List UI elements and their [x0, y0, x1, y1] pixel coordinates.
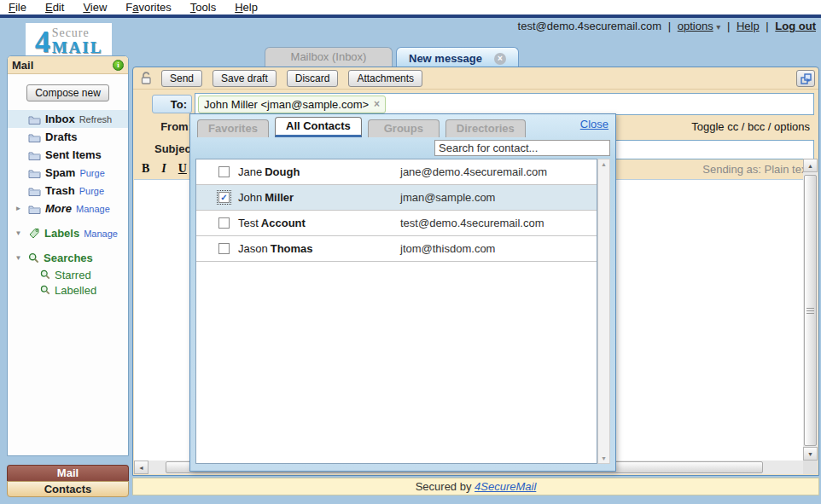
account-email: test@demo.4securemail.com: [518, 20, 662, 32]
scroll-down-icon[interactable]: ▼: [598, 455, 609, 461]
folder-icon: [28, 204, 41, 214]
menu-edit[interactable]: Edit: [45, 1, 64, 14]
account-bar: test@demo.4securemail.com | options ▾ | …: [518, 20, 816, 32]
scroll-left-icon[interactable]: ◄: [134, 461, 148, 474]
tab-all-contacts[interactable]: All Contacts: [275, 117, 362, 137]
from-label: From:: [154, 120, 192, 133]
attachments-button[interactable]: Attachments: [348, 70, 422, 87]
menu-view[interactable]: View: [83, 1, 107, 14]
checkbox-unchecked[interactable]: [218, 243, 230, 254]
sidebar-item-inbox[interactable]: Inbox Refresh: [8, 110, 128, 128]
sending-as-text: Sending as: Plain text: [702, 163, 810, 176]
sidebar-item-labels[interactable]: ▼ Labels Manage: [8, 224, 128, 242]
sidebar-title: Mail: [12, 59, 33, 72]
save-draft-button[interactable]: Save draft: [213, 70, 277, 87]
contact-list-scrollbar[interactable]: ▲ ▼: [597, 159, 610, 464]
contact-picker-overlay: Favorites All Contacts Groups Directorie…: [189, 113, 616, 472]
checkbox-checked[interactable]: ✓: [218, 192, 230, 203]
folder-icon: [28, 168, 41, 178]
tab-new-message[interactable]: New message ×: [396, 47, 519, 67]
checkbox-unchecked[interactable]: [218, 166, 230, 177]
sidebar-item-searches[interactable]: ▼ Searches: [8, 249, 128, 267]
compose-new-button[interactable]: Compose new: [26, 84, 109, 101]
expanded-arrow-icon[interactable]: ▼: [13, 254, 24, 262]
contact-row-john-miller[interactable]: ✓ JohnMiller jman@sample.com: [196, 185, 597, 211]
folder-icon: [28, 150, 41, 160]
to-input[interactable]: John Miller <jman@sample.com> ×: [195, 93, 814, 115]
menu-file[interactable]: File: [9, 1, 26, 14]
contact-row-jason-thomas[interactable]: JasonThomas jtom@thisdom.com: [196, 236, 597, 262]
sidebar-item-trash[interactable]: Trash Purge: [8, 182, 128, 200]
brand-link[interactable]: 4SecureMail: [475, 480, 536, 493]
unlocked-icon: [140, 71, 154, 85]
scroll-down-icon[interactable]: ▼: [803, 447, 818, 461]
info-icon[interactable]: i: [113, 60, 124, 71]
search-icon: [40, 285, 50, 295]
chevron-down-icon[interactable]: ▾: [716, 22, 720, 32]
search-icon: [40, 269, 50, 280]
sidebar-item-more[interactable]: ► More Manage: [8, 200, 128, 217]
tab-mailbox-inbox[interactable]: Mailbox (Inbox): [265, 47, 393, 67]
nav-mail-button[interactable]: Mail: [7, 465, 129, 481]
format-toolbar: B I U: [142, 162, 187, 176]
sidebar-item-starred[interactable]: Starred: [8, 267, 128, 282]
inbox-refresh-link[interactable]: Refresh: [79, 114, 113, 125]
to-field-button[interactable]: To:: [152, 95, 192, 113]
close-icon[interactable]: ×: [494, 53, 506, 65]
spam-purge-link[interactable]: Purge: [79, 168, 104, 178]
sidebar-header: Mail i: [8, 56, 128, 74]
tab-directories[interactable]: Directories: [445, 119, 526, 137]
collapsed-arrow-icon[interactable]: ►: [13, 205, 24, 212]
discard-button[interactable]: Discard: [287, 70, 339, 87]
tab-groups[interactable]: Groups: [368, 119, 440, 137]
search-icon: [28, 252, 39, 264]
logout-link[interactable]: Log out: [775, 20, 816, 32]
options-link[interactable]: options: [678, 20, 713, 32]
subject-label: Subject:: [154, 142, 192, 155]
chip-remove-icon[interactable]: ×: [374, 98, 380, 110]
contact-list: JaneDough jane@demo.4securemail.com ✓ Jo…: [195, 159, 597, 464]
folder-icon: [28, 114, 41, 125]
popout-window-button[interactable]: [796, 70, 815, 87]
sidebar-item-drafts[interactable]: Drafts: [8, 128, 128, 146]
scroll-up-icon[interactable]: ▲: [803, 159, 818, 172]
recipient-chip: John Miller <jman@sample.com> ×: [198, 96, 386, 113]
folder-icon: [28, 132, 41, 142]
tab-strip: Mailbox (Inbox) New message ×: [265, 47, 519, 67]
compose-toolbar: Send Save draft Discard Attachments: [133, 67, 818, 90]
underline-button[interactable]: U: [178, 162, 187, 176]
trash-purge-link[interactable]: Purge: [79, 186, 104, 196]
scroll-up-icon[interactable]: ▲: [598, 161, 609, 167]
popout-icon: [801, 73, 812, 84]
labels-manage-link[interactable]: Manage: [84, 229, 118, 239]
italic-button[interactable]: I: [161, 162, 166, 176]
sidebar-item-spam[interactable]: Spam Purge: [8, 164, 128, 182]
sidebar-item-sent-items[interactable]: Sent Items: [8, 146, 128, 164]
tag-icon: [28, 228, 40, 239]
nav-contacts-button[interactable]: Contacts: [7, 481, 129, 497]
checkbox-unchecked[interactable]: [218, 217, 230, 229]
tab-favorites[interactable]: Favorites: [197, 119, 269, 137]
contact-search-input[interactable]: [434, 140, 610, 156]
folder-icon: [28, 186, 41, 196]
menu-tools[interactable]: Tools: [190, 1, 216, 14]
help-link[interactable]: Help: [737, 20, 760, 32]
browser-menu-bar: File Edit View Favorites Tools Help: [0, 0, 821, 18]
app-logo: 4 Secure MAIL: [26, 23, 112, 60]
toggle-cc-bcc-link[interactable]: Toggle cc / bcc / options: [691, 120, 810, 133]
vertical-scrollbar[interactable]: ▲ ▼: [803, 159, 818, 461]
expanded-arrow-icon[interactable]: ▼: [13, 229, 24, 237]
send-button[interactable]: Send: [161, 70, 202, 87]
contact-row-test-account[interactable]: TestAccount test@demo.4securemail.com: [196, 211, 597, 236]
more-manage-link[interactable]: Manage: [76, 204, 110, 214]
bold-button[interactable]: B: [142, 162, 149, 176]
secured-footer: Secured by 4SecureMail: [132, 478, 819, 495]
sidebar-item-labelled[interactable]: Labelled: [8, 282, 128, 298]
contact-row-jane-dough[interactable]: JaneDough jane@demo.4securemail.com: [196, 159, 597, 185]
menu-favorites[interactable]: Favorites: [125, 1, 171, 14]
close-picker-link[interactable]: Close: [580, 118, 608, 130]
menu-help[interactable]: Help: [235, 1, 258, 14]
contact-picker-tabs: Favorites All Contacts Groups Directorie…: [197, 118, 608, 137]
vscroll-thumb[interactable]: [804, 175, 817, 446]
sidebar: Mail i Compose new Inbox Refresh Drafts …: [7, 55, 129, 456]
